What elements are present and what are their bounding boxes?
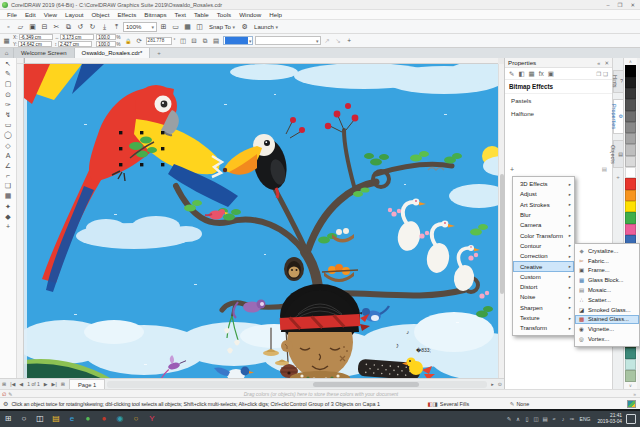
open-icon[interactable]: ▱ (15, 23, 26, 31)
palette-swatch-10[interactable] (625, 178, 636, 189)
options-icon[interactable]: ◫ (194, 23, 205, 31)
scale-y-field[interactable]: 100.0 (96, 41, 116, 47)
palette-scroll-up-icon[interactable]: ∧ (629, 59, 632, 64)
transparency-tool[interactable]: ▦ (5, 192, 12, 199)
network-icon[interactable]: ≈ (550, 416, 559, 422)
last-page-icon[interactable]: ▶| (50, 381, 59, 387)
add-page-icon[interactable]: ⊞ (0, 381, 8, 387)
first-page-icon[interactable]: |◀ (8, 381, 17, 387)
more-tools[interactable]: + (6, 223, 10, 230)
fullscreen-icon[interactable]: ⊞ (158, 23, 169, 31)
submenu-item-glass-block[interactable]: ▦Glass Block... (575, 275, 639, 285)
palette-swatch-8[interactable] (625, 156, 636, 167)
palette-more-icon[interactable]: » (629, 391, 640, 397)
menu-table[interactable]: Table (190, 11, 213, 18)
outline-width-combo[interactable]: ▾ (223, 36, 253, 45)
shape-tool[interactable]: ✎ (5, 70, 11, 77)
y-position-field[interactable]: 14.642 cm (18, 41, 52, 47)
pin-panel-icon[interactable]: ❑ (603, 71, 608, 77)
clock[interactable]: 21:41 2019-03-04 (597, 413, 622, 424)
menu-item-transform[interactable]: Transform▸ (513, 323, 574, 333)
palette-swatch-12[interactable] (625, 201, 636, 212)
action-center-button[interactable] (626, 414, 636, 424)
export-icon[interactable]: ⤒ (111, 23, 122, 31)
fill-tab[interactable]: ◧ (518, 70, 524, 78)
launch-button[interactable]: Launch ▾ (251, 24, 281, 30)
collapse-docker-icon[interactable]: « (597, 60, 600, 66)
dimension-tool[interactable]: ∠ (5, 162, 11, 169)
palette-swatch-0[interactable] (625, 65, 636, 76)
tab-welcome-screen[interactable]: Welcome Screen (14, 48, 75, 58)
convert-alt-icon[interactable]: ↘ (334, 37, 343, 45)
submenu-item-frame[interactable]: ▣Frame... (575, 266, 639, 276)
cut-icon[interactable]: ✂ (51, 23, 62, 31)
wrap-text-icon[interactable]: ▤ (212, 37, 221, 45)
menu-item-camera[interactable]: Camera▸ (513, 220, 574, 230)
eyedropper-tool[interactable]: ✦ (5, 203, 11, 210)
connector-tool[interactable]: ⌐ (6, 172, 10, 179)
freehand-tool[interactable]: ✑ (5, 101, 11, 108)
outline-tab[interactable]: ✎ (509, 70, 514, 78)
lock-ratio-icon[interactable]: 🔒 (124, 38, 133, 44)
folder-tray-icon[interactable]: ▤ (541, 416, 550, 422)
app-teal-circle-icon[interactable]: ◉ (112, 415, 128, 423)
submenu-item-crystalize[interactable]: ◆Crystalize... (575, 246, 639, 256)
horizontal-scrollbar[interactable] (107, 381, 487, 388)
crop-tool[interactable]: ▢ (5, 80, 12, 87)
zoom-scroll-icon[interactable]: ⊙ (496, 381, 504, 387)
menu-file[interactable]: File (3, 11, 21, 18)
next-page-icon[interactable]: ▶ (42, 381, 50, 387)
palette-swatch-25[interactable] (625, 348, 636, 359)
chevron-up-icon[interactable]: ∧ (514, 416, 523, 422)
start-button[interactable]: ⊞ (0, 415, 16, 423)
zoom-level-combo[interactable]: 100% ▾ (123, 22, 157, 32)
menu-bitmaps[interactable]: Bitmaps (140, 11, 170, 18)
add-effect-button[interactable]: + (510, 166, 514, 173)
outline-style-combo[interactable]: ▾ (255, 36, 321, 45)
pen-tray-icon[interactable]: ✎ (505, 416, 514, 422)
palette-swatch-14[interactable] (625, 224, 636, 235)
page-tab[interactable]: Page 1 (69, 379, 105, 390)
submenu-item-stained-glass[interactable]: ▩Stained Glass... (575, 315, 639, 325)
menu-item-sharpen[interactable]: Sharpen▸ (513, 303, 574, 313)
submenu-item-vignette[interactable]: ◉Vignette... (575, 324, 639, 334)
print-icon[interactable]: ⊟ (39, 23, 50, 31)
menu-edit[interactable]: Edit (21, 11, 40, 18)
new-document-icon[interactable]: ▫ (3, 23, 14, 31)
redo-icon[interactable]: ↻ (87, 23, 98, 31)
undo-icon[interactable]: ↺ (75, 23, 86, 31)
scroll-mode-icon[interactable]: ❐ (596, 71, 601, 77)
new-document-tab-button[interactable]: + (150, 48, 168, 58)
artistic-media-tool[interactable]: ↯ (5, 111, 11, 118)
page-options-icon[interactable]: ⊞ (59, 381, 67, 387)
menu-object[interactable]: Object (88, 11, 114, 18)
battery-icon[interactable]: ▯ (523, 416, 532, 422)
import-icon[interactable]: ⤓ (99, 23, 110, 31)
language-indicator[interactable]: ENG (580, 416, 591, 422)
menu-item-contour[interactable]: Contour▸ (513, 241, 574, 251)
menu-item-color-transform[interactable]: Color Transform▸ (513, 230, 574, 240)
effect-halftone[interactable]: Halftone (505, 107, 612, 120)
quick-customize-icon[interactable]: + (345, 37, 354, 44)
save-icon[interactable]: ▣ (27, 23, 38, 31)
delete-effect-button[interactable]: ▤ (602, 166, 607, 173)
display-icon[interactable]: ◫ (532, 416, 541, 422)
bitmap-tab[interactable]: ▣ (548, 70, 554, 78)
home-tab[interactable]: ⌂ (0, 48, 14, 58)
status-tool-icon[interactable]: ⚙ (0, 400, 11, 407)
transparency-tab[interactable]: ▦ (529, 70, 535, 78)
menu-tools[interactable]: Tools (213, 11, 235, 18)
submenu-item-scatter[interactable]: ∴Scatter... (575, 295, 639, 305)
options-gear-icon[interactable]: ⚙ (239, 23, 250, 31)
pick-tool[interactable]: ↖ (5, 60, 11, 67)
effects-tab[interactable]: fx (539, 70, 544, 77)
tab-hints[interactable]: ?Hints (613, 70, 623, 93)
palette-swatch-5[interactable] (625, 122, 636, 133)
object-height-field[interactable]: 2.427 cm (58, 41, 92, 47)
menu-layout[interactable]: Layout (61, 11, 88, 18)
object-order-icon[interactable]: ⧉ (201, 37, 210, 45)
submenu-item-smoked-glass[interactable]: ◪Smoked Glass... (575, 305, 639, 315)
file-explorer-icon[interactable]: ▤ (48, 415, 64, 423)
drop-shadow-tool[interactable]: ❏ (5, 182, 11, 189)
menu-view[interactable]: View (40, 11, 61, 18)
